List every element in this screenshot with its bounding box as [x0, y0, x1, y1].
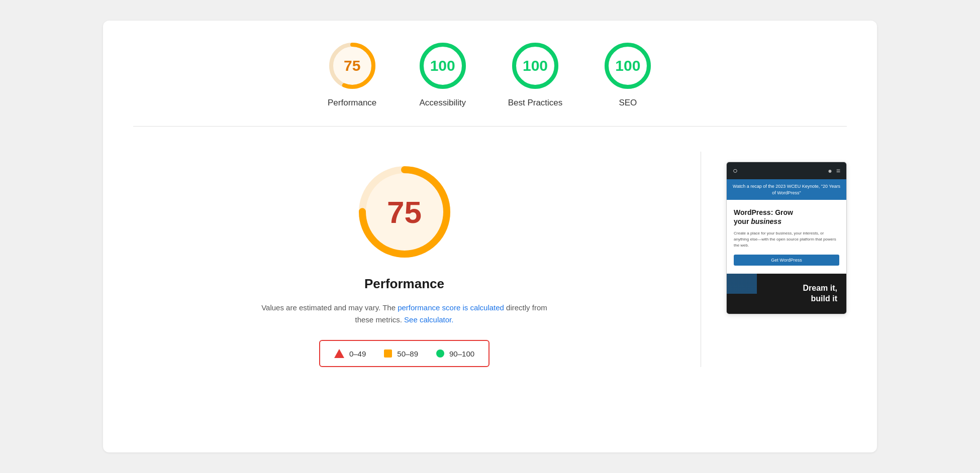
score-label-seo: SEO [619, 98, 637, 108]
menu-icon: ≡ [836, 167, 840, 175]
score-label-accessibility: Accessibility [419, 98, 466, 108]
wp-footer-section: Dream it, build it [727, 274, 846, 314]
perf-score-link[interactable]: performance score is calculated [398, 303, 504, 312]
wp-title-line2-normal: your [734, 217, 751, 225]
score-value-accessibility: 100 [430, 57, 455, 74]
left-panel: 75 Performance Values are estimated and … [133, 152, 675, 367]
wp-cta-button[interactable]: Get WordPress [734, 255, 839, 266]
wp-main-title: WordPress: Grow your business [734, 208, 839, 226]
right-panel: ○ ● ≡ Watch a recap of the 2023 WCEU Key… [726, 152, 847, 314]
main-card: 75 Performance 100 Accessibility [103, 21, 877, 452]
wp-nav-icons: ● ≡ [828, 167, 840, 175]
score-circle-best-practices: 100 [510, 41, 560, 91]
calculator-link[interactable]: See calculator. [404, 315, 453, 324]
performance-description: Values are estimated and may vary. The p… [259, 302, 550, 326]
score-value-performance: 75 [344, 57, 360, 74]
large-gauge-value: 75 [387, 194, 422, 230]
search-icon: ● [828, 167, 832, 175]
wp-footer-accent [727, 274, 757, 314]
score-label-performance: Performance [328, 98, 376, 108]
vertical-divider [701, 152, 701, 367]
pass-icon [436, 349, 444, 358]
wp-footer-text: Dream it, build it [803, 283, 837, 304]
wp-main-content: WordPress: Grow your business Create a p… [727, 200, 846, 273]
legend-item-fail: 0–49 [334, 349, 366, 358]
scores-row: 75 Performance 100 Accessibility [133, 41, 847, 127]
desc-text-before: Values are estimated and may vary. The [261, 303, 396, 312]
score-circle-performance: 75 [327, 41, 377, 91]
wp-title-line1: WordPress: Grow [734, 208, 793, 216]
score-circle-accessibility: 100 [418, 41, 468, 91]
score-item-seo: 100 SEO [603, 41, 653, 108]
legend-item-pass: 90–100 [436, 349, 474, 358]
score-item-performance: 75 Performance [327, 41, 377, 108]
legend-box: 0–49 50–89 90–100 [319, 340, 489, 367]
wp-title-line2-italic: business [751, 217, 781, 225]
large-gauge: 75 [354, 162, 455, 262]
score-value-seo: 100 [615, 57, 640, 74]
score-item-best-practices: 100 Best Practices [508, 41, 563, 108]
wp-banner-text: Watch a recap of the 2023 WCEU Keynote, … [732, 183, 841, 196]
score-item-accessibility: 100 Accessibility [418, 41, 468, 108]
score-label-best-practices: Best Practices [508, 98, 563, 108]
fail-icon [334, 349, 344, 358]
score-value-best-practices: 100 [523, 57, 548, 74]
legend-item-average: 50–89 [384, 349, 418, 358]
wp-main-desc: Create a place for your business, your i… [734, 230, 839, 249]
website-preview: ○ ● ≡ Watch a recap of the 2023 WCEU Key… [726, 162, 847, 314]
fail-range: 0–49 [349, 349, 366, 358]
pass-range: 90–100 [449, 349, 474, 358]
wp-announcement-banner: Watch a recap of the 2023 WCEU Keynote, … [727, 179, 846, 200]
performance-title: Performance [364, 276, 444, 292]
main-content: 75 Performance Values are estimated and … [133, 152, 847, 367]
average-icon [384, 349, 392, 358]
wp-browser-header: ○ ● ≡ [727, 162, 846, 179]
wp-logo-icon: ○ [733, 166, 738, 175]
average-range: 50–89 [397, 349, 418, 358]
score-circle-seo: 100 [603, 41, 653, 91]
